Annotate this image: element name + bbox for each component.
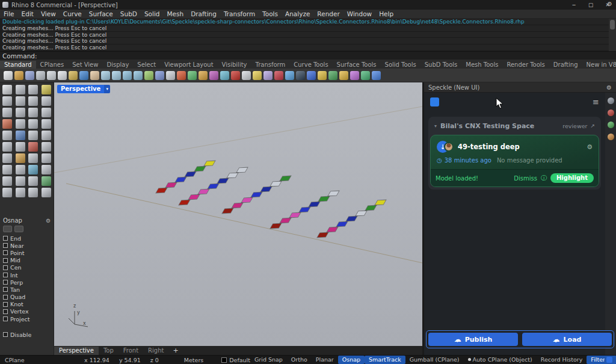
model-tile[interactable] xyxy=(300,208,310,212)
model-tile[interactable] xyxy=(356,211,366,216)
surface-tool-icon[interactable] xyxy=(2,142,12,152)
checkbox[interactable] xyxy=(3,332,8,337)
patch-tool-icon[interactable] xyxy=(16,142,25,152)
toolbar-tabs-gear-icon[interactable]: ⚙ xyxy=(607,1,612,7)
tab-curve-tools[interactable]: Curve Tools xyxy=(289,61,332,69)
menu-item[interactable]: Render xyxy=(313,10,343,17)
osnap-knot[interactable]: Knot xyxy=(3,301,51,308)
tab-surface-tools[interactable]: Surface Tools xyxy=(333,61,381,69)
tab-cplanes[interactable]: CPlanes xyxy=(36,61,69,69)
osnap-filter-icon[interactable] xyxy=(3,226,12,232)
revolve-tool-icon[interactable] xyxy=(28,131,38,140)
undo-icon[interactable] xyxy=(79,71,88,80)
array-tool-icon[interactable] xyxy=(42,165,51,174)
speckle-panel-gear-icon[interactable]: ⚙ xyxy=(606,84,612,91)
panel-materials-icon[interactable] xyxy=(608,110,614,116)
box-tool-icon[interactable] xyxy=(2,119,12,129)
model-tile[interactable] xyxy=(375,200,386,205)
gear-tools-icon[interactable] xyxy=(339,71,348,80)
vtab-top[interactable]: Top xyxy=(99,347,119,355)
model-tile[interactable] xyxy=(205,161,215,166)
text-tool-icon[interactable] xyxy=(16,176,25,186)
osnap-perp[interactable]: Perp xyxy=(3,279,51,286)
model-tile[interactable] xyxy=(208,184,218,189)
copy-tool-icon[interactable] xyxy=(42,153,51,163)
menu-item[interactable]: SubD xyxy=(117,10,141,17)
cut-icon[interactable] xyxy=(47,71,56,80)
model-tile[interactable] xyxy=(280,176,291,181)
material-icon[interactable] xyxy=(274,71,283,80)
point-tool-icon[interactable] xyxy=(42,85,51,94)
model-tile[interactable] xyxy=(176,177,186,182)
osnap-mid[interactable]: Mid xyxy=(3,257,51,264)
model-tile[interactable] xyxy=(156,188,167,193)
named-view-icon[interactable] xyxy=(350,71,359,80)
tab-render-tools[interactable]: Render Tools xyxy=(502,61,549,69)
add-viewport-tab-button[interactable]: + xyxy=(168,347,182,354)
select-lasso-tool-icon[interactable] xyxy=(16,85,25,94)
split-tool-icon[interactable] xyxy=(42,142,51,152)
vtab-front[interactable]: Front xyxy=(119,347,143,355)
vtab-right[interactable]: Right xyxy=(143,347,168,355)
filter-toggle[interactable]: Filter xyxy=(587,356,616,364)
tab-mesh-tools[interactable]: Mesh Tools xyxy=(461,61,502,69)
rotate-view-icon[interactable] xyxy=(144,71,153,80)
join-tool-icon[interactable] xyxy=(2,153,12,163)
menu-item[interactable]: Analyze xyxy=(282,10,313,17)
model-tile[interactable] xyxy=(366,206,376,211)
render-sphere-icon[interactable] xyxy=(307,71,316,80)
command-scrollbar-thumb[interactable] xyxy=(610,20,615,29)
tab-viewport-layout[interactable]: Viewport Layout xyxy=(160,61,217,69)
help-icon[interactable] xyxy=(372,71,381,80)
chevron-down-icon[interactable]: ▾ xyxy=(434,123,437,129)
mirror-icon[interactable] xyxy=(220,71,229,80)
select-tool-icon[interactable] xyxy=(2,85,12,94)
viewport-title[interactable]: Perspective xyxy=(57,85,104,93)
open-folder-icon[interactable] xyxy=(14,71,23,80)
tab-subd-tools[interactable]: SubD Tools xyxy=(420,61,462,69)
sun-icon[interactable] xyxy=(318,71,327,80)
panel-layers-icon[interactable] xyxy=(608,122,614,128)
osnap-end[interactable]: End xyxy=(3,235,51,242)
menu-item[interactable]: Tools xyxy=(259,10,282,17)
model-tile[interactable] xyxy=(218,179,228,184)
osnap-gear-icon[interactable]: ⚙ xyxy=(46,218,51,224)
model-tile[interactable] xyxy=(261,187,271,192)
polygon-tool-icon[interactable] xyxy=(2,108,12,117)
hide-icon[interactable] xyxy=(166,71,175,80)
hatch-tool-icon[interactable] xyxy=(28,176,38,186)
rotate-tool-icon[interactable] xyxy=(2,165,12,174)
auto-cplane-toggle[interactable]: Auto CPlane (Object) xyxy=(464,356,537,364)
plane-tool-icon[interactable] xyxy=(42,119,51,129)
sweep-tool-icon[interactable] xyxy=(42,131,51,140)
move-icon[interactable] xyxy=(188,71,197,80)
curve-tool-icon[interactable] xyxy=(28,85,38,94)
model-tile[interactable] xyxy=(290,213,300,218)
model-tile[interactable] xyxy=(327,227,337,232)
menu-item[interactable]: File xyxy=(0,10,18,17)
hamburger-menu-icon[interactable]: ≡ xyxy=(593,98,599,106)
new-file-icon[interactable] xyxy=(4,71,13,80)
checkbox[interactable] xyxy=(3,295,8,300)
tab-transform[interactable]: Transform xyxy=(251,61,290,69)
highlight-button[interactable]: Highlight xyxy=(550,173,594,183)
smarttrack-toggle[interactable]: SmartTrack xyxy=(365,356,405,364)
menu-item[interactable]: Help xyxy=(375,10,397,17)
model-tile[interactable] xyxy=(185,172,196,177)
model-tile[interactable] xyxy=(337,222,347,227)
checkbox[interactable] xyxy=(3,273,8,277)
loft-tool-icon[interactable] xyxy=(16,131,25,140)
viewport-title-caret-icon[interactable]: ▾ xyxy=(104,85,110,93)
checkbox[interactable] xyxy=(3,250,8,255)
light-bulb-icon[interactable] xyxy=(253,71,262,80)
planar-toggle[interactable]: Planar xyxy=(312,356,338,364)
mesh-tool-icon[interactable] xyxy=(16,188,25,197)
ellipse-tool-icon[interactable] xyxy=(16,108,25,117)
osnap-tan[interactable]: Tan xyxy=(3,286,51,293)
model-tile[interactable] xyxy=(227,173,238,178)
tab-set-view[interactable]: Set View xyxy=(68,61,102,69)
tab-solid-tools[interactable]: Solid Tools xyxy=(381,61,420,69)
menu-item[interactable]: Solid xyxy=(141,10,164,17)
options-tool-icon[interactable] xyxy=(42,188,51,197)
menu-item[interactable]: Window xyxy=(343,10,375,17)
